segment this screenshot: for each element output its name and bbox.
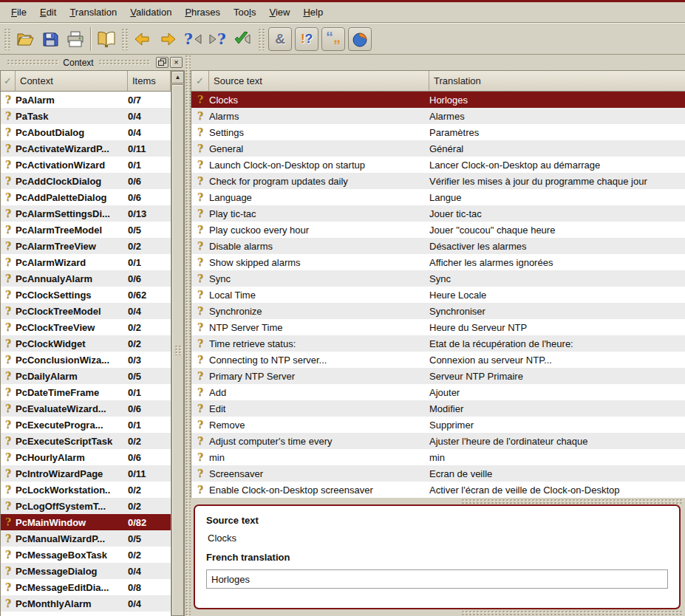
context-row[interactable]: ? PcManualWizardP... 0/5	[1, 530, 171, 547]
context-row[interactable]: ? PcLogOffSystemT... 0/2	[1, 498, 171, 514]
column-header-items[interactable]: Items	[128, 71, 171, 92]
context-row[interactable]: ? PcClockWidget 0/2	[1, 335, 171, 352]
context-row[interactable]: ? PcAlarmWizard 0/1	[1, 254, 171, 270]
save-button[interactable]	[38, 27, 63, 52]
next-button[interactable]	[155, 27, 180, 52]
context-row[interactable]: ? PcMainWindow 0/82	[1, 514, 171, 530]
prev-button[interactable]	[130, 27, 155, 52]
message-row[interactable]: ? Launch Clock-on-Desktop on startup Lan…	[191, 157, 685, 173]
context-row[interactable]: ? PcMessageEditDia... 0/8	[1, 579, 171, 595]
context-row[interactable]: ? PcActivateWizardP... 0/11	[1, 140, 171, 157]
context-row[interactable]: ? PcMonthlyAlarm 0/4	[1, 595, 171, 612]
column-header-source[interactable]: Source text	[209, 71, 429, 92]
horizontal-splitter[interactable]	[191, 498, 685, 504]
message-row[interactable]: ? Language Langue	[191, 189, 685, 205]
context-dock-titlebar[interactable]: Context ×	[0, 55, 185, 70]
context-row[interactable]: ? PcMessageDialog 0/4	[1, 563, 171, 579]
unfinished-icon: ?	[1, 175, 16, 187]
context-row[interactable]: ? PcDateTimeFrame 0/1	[1, 384, 171, 400]
scroll-up-button[interactable]: ▲	[171, 71, 184, 83]
done-and-next-button[interactable]	[231, 27, 256, 52]
vertical-splitter[interactable]	[185, 55, 191, 616]
menu-item[interactable]: Tools	[227, 4, 262, 21]
message-row[interactable]: ? Remove Supprimer	[191, 417, 685, 433]
message-row[interactable]: ? Add Ajouter	[191, 384, 685, 400]
context-list: ✓ Context Items ? PaAlarm 0/7 ?	[0, 70, 185, 616]
message-row[interactable]: ? Check for program updates daily Vérifi…	[191, 173, 685, 189]
menu-item[interactable]: Edit	[33, 4, 63, 21]
menu-item[interactable]: File	[4, 4, 33, 21]
toggle-ending-punctuation[interactable]: !?	[295, 27, 318, 51]
message-row[interactable]: ? Primary NTP Server Serveur NTP Primair…	[191, 368, 685, 384]
context-row[interactable]: ? PcClockTreeView 0/2	[1, 319, 171, 335]
horizontal-splitter-bottom[interactable]	[191, 609, 685, 616]
message-row[interactable]: ? Screensaver Ecran de veille	[191, 465, 685, 482]
message-row[interactable]: ? Clocks Horloges	[191, 92, 685, 108]
context-row[interactable]: ? PcAlarmTreeModel 0/5	[1, 222, 171, 238]
message-row[interactable]: ? Alarms Alarmes	[191, 108, 685, 124]
message-row[interactable]: ? NTP Server Time Heure du Serveur NTP	[191, 319, 685, 335]
message-row[interactable]: ? General Général	[191, 140, 685, 157]
prev-unfinished-button[interactable]: ?	[180, 27, 205, 52]
message-row[interactable]: ? Local Time Heure Locale	[191, 287, 685, 303]
dock-float-button[interactable]	[156, 57, 168, 68]
message-row[interactable]: ? Play tic-tac Jouer tic-tac	[191, 205, 685, 222]
message-row[interactable]: ? Show skipped alarms Afficher les alarm…	[191, 254, 685, 270]
print-button[interactable]	[63, 27, 88, 52]
context-row[interactable]: ? PcAddPaletteDialog 0/6	[1, 189, 171, 205]
toolbar-drag-handle[interactable]	[258, 28, 265, 50]
context-row[interactable]: ? PcActivationWizard 0/1	[1, 157, 171, 173]
context-row[interactable]: ? PcIntroWizardPage 0/11	[1, 465, 171, 482]
message-row[interactable]: ? Connecting to NTP server... Connexion …	[191, 352, 685, 368]
message-row[interactable]: ? Synchronize Synchroniser	[191, 303, 685, 319]
message-row[interactable]: ? Adjust computer's time every Ajuster l…	[191, 433, 685, 449]
toggle-phrase-matches[interactable]: “„	[321, 27, 345, 51]
column-header-check[interactable]: ✓	[191, 71, 209, 92]
toggle-accelerators[interactable]: &	[268, 27, 292, 51]
menu-item[interactable]: Help	[296, 4, 330, 21]
context-row[interactable]: ? PcAddClockDialog 0/6	[1, 173, 171, 189]
context-scrollbar[interactable]: ▲	[171, 71, 184, 616]
dock-close-button[interactable]: ×	[170, 57, 183, 68]
context-row[interactable]: ? PcAnnualyAlarm 0/6	[1, 270, 171, 287]
context-row[interactable]: ? PcHourlyAlarm 0/6	[1, 449, 171, 465]
column-header-translation[interactable]: Translation	[429, 71, 685, 92]
context-row[interactable]: ? PaTask 0/4	[1, 108, 171, 124]
context-row[interactable]: ? PaAlarm 0/7	[1, 92, 171, 108]
message-row[interactable]: ? Disable alarms Désactiver les alarmes	[191, 238, 685, 254]
message-row[interactable]: ? Edit Modifier	[191, 400, 685, 417]
menu-item[interactable]: Validation	[123, 4, 178, 21]
context-row[interactable]: ? PcEvaluateWizard... 0/6	[1, 400, 171, 417]
menu-item[interactable]: View	[262, 4, 296, 21]
phrasebook-button[interactable]	[94, 27, 119, 52]
context-row[interactable]: ? PcExecuteScriptTask 0/2	[1, 433, 171, 449]
translation-input[interactable]	[206, 569, 668, 589]
scrollbar-thumb[interactable]	[171, 84, 184, 616]
column-header-context[interactable]: Context	[16, 71, 128, 92]
context-row[interactable]: ? PcClockSettings 0/62	[1, 287, 171, 303]
context-row[interactable]: ? PcClockTreeModel 0/4	[1, 303, 171, 319]
context-row[interactable]: ? PcConclusionWiza... 0/3	[1, 352, 171, 368]
toolbar-drag-handle[interactable]	[121, 28, 128, 50]
context-row[interactable]: ? PcExecuteProgra... 0/1	[1, 417, 171, 433]
message-row[interactable]: ? Sync Sync	[191, 270, 685, 287]
open-folder-icon	[16, 30, 35, 49]
message-row[interactable]: ? Play cuckoo every hour Jouer "coucou" …	[191, 222, 685, 238]
toggle-place-markers[interactable]	[348, 27, 372, 51]
menu-item[interactable]: Translation	[63, 4, 123, 21]
context-row[interactable]: ? PcAlarmSettingsDi... 0/13	[1, 205, 171, 222]
open-button[interactable]	[13, 27, 38, 52]
next-unfinished-button[interactable]: ?	[205, 27, 231, 52]
menu-item[interactable]: Phrases	[178, 4, 227, 21]
message-row[interactable]: ? Settings Paramètres	[191, 124, 685, 140]
context-row[interactable]: ? PcAboutDialog 0/4	[1, 124, 171, 140]
context-row[interactable]: ? PcAlarmTreeView 0/2	[1, 238, 171, 254]
context-row[interactable]: ? PcLockWorkstation.. 0/2	[1, 482, 171, 498]
message-row[interactable]: ? min min	[191, 449, 685, 465]
context-row[interactable]: ? PcMessageBoxTask 0/2	[1, 547, 171, 563]
column-header-check[interactable]: ✓	[1, 71, 16, 92]
message-row[interactable]: ? Time retrieve status: Etat de la récup…	[191, 335, 685, 352]
message-row[interactable]: ? Enable Clock-on-Desktop screensaver Ac…	[191, 482, 685, 498]
context-row[interactable]: ? PcDailyAlarm 0/5	[1, 368, 171, 384]
toolbar-drag-handle[interactable]	[4, 28, 10, 50]
